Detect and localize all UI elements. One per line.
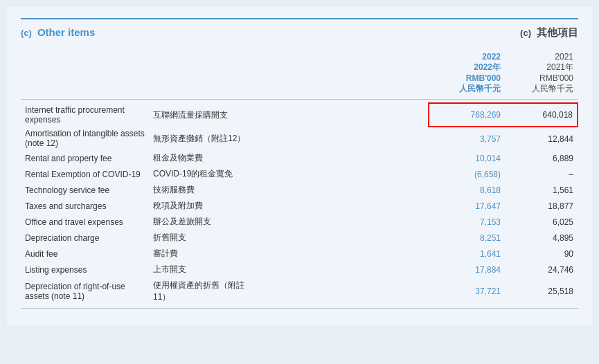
year-2022-en: 2022 (482, 52, 501, 62)
cell-val-2021: 24,746 (505, 262, 578, 277)
cell-val-2022: 7,153 (429, 214, 505, 230)
page-container: (c) Other items (c) 其他項目 2022 2022年 RMB'… (7, 7, 592, 325)
section-title-zh: 其他項目 (537, 26, 578, 39)
cell-en-label: Amortisation of intangible assets (note … (21, 127, 149, 150)
cell-zh-label: 無形資產攤銷（附註12） (149, 127, 256, 150)
cell-spacer (256, 127, 429, 150)
cell-zh-label: 辦公及差旅開支 (149, 214, 256, 230)
table-row: Office and travel expenses辦公及差旅開支7,1536,… (21, 214, 578, 230)
cell-spacer (256, 103, 429, 127)
section-title-en: Other items (37, 26, 520, 38)
year-2021-en: 2021 (555, 52, 573, 62)
cell-val-2021: 25,518 (505, 277, 578, 305)
cell-spacer (256, 277, 429, 305)
col-en-header (21, 51, 149, 96)
col-2022-header: 2022 2022年 RMB'000 人民幣千元 (429, 51, 505, 96)
cell-val-2022: 3,757 (429, 127, 505, 150)
year-2021-unit-cn: 人民幣千元 (532, 84, 573, 93)
cell-en-label: Rental and property fee (21, 150, 149, 166)
header-label-c-en: (c) (21, 28, 32, 38)
cell-val-2022: 1,641 (429, 246, 505, 262)
table-row: Technology service fee技術服務費8,6181,561 (21, 182, 578, 198)
col-spacer (256, 51, 429, 96)
cell-en-label: Audit fee (21, 246, 149, 262)
cell-spacer (256, 246, 429, 262)
cell-zh-label: 互聯網流量採購開支 (149, 103, 256, 127)
cell-val-2022: 17,647 (429, 198, 505, 214)
cell-en-label: Office and travel expenses (21, 214, 149, 230)
year-2021-cn: 2021年 (546, 62, 573, 72)
cell-val-2021: 12,844 (505, 127, 578, 150)
table-row: Internet traffic procurement expenses互聯網… (21, 103, 578, 127)
year-header-row: 2022 2022年 RMB'000 人民幣千元 2021 2021年 RMB'… (21, 51, 578, 96)
cell-val-2021: 4,895 (505, 230, 578, 246)
cell-zh-label: COVID-19的租金寬免 (149, 166, 256, 182)
cell-en-label: Listing expenses (21, 262, 149, 277)
cell-val-2022: 8,618 (429, 182, 505, 198)
cell-val-2022: 10,014 (429, 150, 505, 166)
cell-zh-label: 折舊開支 (149, 230, 256, 246)
table-row: Audit fee審計費1,64190 (21, 246, 578, 262)
table-row: Rental and property fee租金及物業費10,0146,889 (21, 150, 578, 166)
section-header: (c) Other items (c) 其他項目 (21, 18, 578, 39)
header-label-c-zh: (c) (520, 28, 531, 38)
cell-spacer (256, 230, 429, 246)
cell-zh-label: 上市開支 (149, 262, 256, 277)
cell-val-2022: 8,251 (429, 230, 505, 246)
cell-val-2021: 640,018 (505, 103, 578, 127)
cell-en-label: Taxes and surcharges (21, 198, 149, 214)
table-row: Listing expenses上市開支17,88424,746 (21, 262, 578, 277)
table-row: Amortisation of intangible assets (note … (21, 127, 578, 150)
year-2022-cn: 2022年 (474, 62, 501, 72)
cell-en-label: Rental Exemption of COVID-19 (21, 166, 149, 182)
cell-en-label: Depreciation of right-of-use assets (not… (21, 277, 149, 305)
cell-val-2022: 768,269 (429, 103, 505, 127)
cell-en-label: Depreciation charge (21, 230, 149, 246)
cell-zh-label: 稅項及附加費 (149, 198, 256, 214)
table-row: Depreciation of right-of-use assets (not… (21, 277, 578, 305)
cell-val-2021: 6,889 (505, 150, 578, 166)
year-2021-unit-en: RMB'000 (539, 73, 573, 83)
cell-spacer (256, 262, 429, 277)
cell-val-2022: (6,658) (429, 166, 505, 182)
cell-zh-label: 技術服務費 (149, 182, 256, 198)
year-2022-unit-en: RMB'000 (466, 73, 501, 83)
col-2021-header: 2021 2021年 RMB'000 人民幣千元 (505, 51, 578, 96)
cell-spacer (256, 166, 429, 182)
cell-en-label: Internet traffic procurement expenses (21, 103, 149, 127)
cell-zh-label: 租金及物業費 (149, 150, 256, 166)
table-row: Taxes and surcharges稅項及附加費17,64718,877 (21, 198, 578, 214)
cell-en-label: Technology service fee (21, 182, 149, 198)
cell-val-2022: 17,884 (429, 262, 505, 277)
cell-spacer (256, 198, 429, 214)
cell-spacer (256, 182, 429, 198)
cell-val-2021: – (505, 166, 578, 182)
cell-val-2021: 90 (505, 246, 578, 262)
cell-val-2021: 18,877 (505, 198, 578, 214)
table-row: Depreciation charge折舊開支8,2514,895 (21, 230, 578, 246)
table-row: Rental Exemption of COVID-19COVID-19的租金寬… (21, 166, 578, 182)
cell-val-2021: 6,025 (505, 214, 578, 230)
cell-spacer (256, 150, 429, 166)
cell-zh-label: 使用權資產的折舊（附註11） (149, 277, 256, 305)
year-2022-unit-cn: 人民幣千元 (459, 84, 501, 93)
cell-val-2022: 37,721 (429, 277, 505, 305)
cell-val-2021: 1,561 (505, 182, 578, 198)
cell-spacer (256, 214, 429, 230)
data-table: 2022 2022年 RMB'000 人民幣千元 2021 2021年 RMB'… (21, 51, 578, 305)
cell-zh-label: 審計費 (149, 246, 256, 262)
col-zh-header (149, 51, 256, 96)
